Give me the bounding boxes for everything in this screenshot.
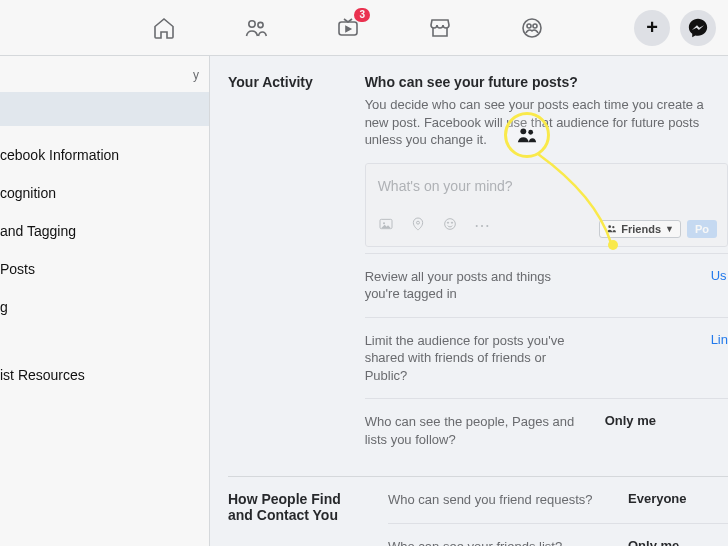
- friends-icon[interactable]: [242, 14, 270, 42]
- sidebar-item[interactable]: cebook Information: [0, 136, 209, 174]
- sidebar-item[interactable]: ist Resources: [0, 356, 209, 394]
- audience-label: Friends: [621, 223, 661, 235]
- sidebar-item[interactable]: and Tagging: [0, 212, 209, 250]
- sidebar-item-label: ist Resources: [0, 367, 85, 383]
- messenger-button[interactable]: [680, 10, 716, 46]
- setting-row[interactable]: Who can see your friends list? Only me: [388, 523, 728, 546]
- groups-icon[interactable]: [518, 14, 546, 42]
- top-nav-right: +: [634, 10, 716, 46]
- setting-value: Only me: [628, 538, 714, 546]
- svg-point-1: [258, 22, 263, 27]
- future-posts-title: Who can see your future posts?: [365, 74, 728, 90]
- audience-selector[interactable]: Friends ▼: [599, 220, 681, 238]
- svg-point-4: [527, 24, 531, 28]
- svg-point-11: [451, 222, 452, 223]
- section-contact: How People Find and Contact You Who can …: [228, 477, 728, 546]
- svg-point-5: [533, 24, 537, 28]
- setting-value: Everyone: [628, 491, 714, 506]
- sidebar-item[interactable]: [0, 92, 209, 126]
- sidebar-item-label: Posts: [0, 261, 35, 277]
- setting-row[interactable]: Who can see the people, Pages and lists …: [365, 398, 728, 462]
- svg-point-8: [416, 221, 419, 224]
- marketplace-icon[interactable]: [426, 14, 454, 42]
- sidebar-item-label: and Tagging: [0, 223, 76, 239]
- section-your-activity: Your Activity Who can see your future po…: [228, 74, 728, 477]
- photo-icon[interactable]: [378, 216, 394, 236]
- setting-question: Limit the audience for posts you've shar…: [365, 332, 585, 385]
- composer-preview: What's on your mind? ⋯: [365, 163, 728, 247]
- svg-point-12: [609, 225, 612, 228]
- sidebar-item-label: g: [0, 299, 8, 315]
- svg-point-9: [444, 218, 455, 229]
- setting-question: Who can see your friends list?: [388, 538, 608, 546]
- main-content: Your Activity Who can see your future po…: [210, 56, 728, 546]
- setting-action-link[interactable]: Us: [711, 268, 727, 283]
- composer-placeholder[interactable]: What's on your mind?: [378, 178, 715, 194]
- watch-badge: 3: [354, 8, 370, 22]
- post-button[interactable]: Po: [687, 220, 717, 238]
- top-nav-center: 3: [150, 14, 546, 42]
- svg-point-13: [612, 226, 614, 228]
- sidebar-item[interactable]: cognition: [0, 174, 209, 212]
- sidebar-item[interactable]: g: [0, 288, 209, 326]
- setting-question: Review all your posts and things you're …: [365, 268, 585, 303]
- settings-sidebar: y cebook Information cognition and Taggi…: [0, 56, 210, 546]
- top-nav: 3 +: [0, 0, 728, 56]
- tag-icon[interactable]: [410, 216, 426, 236]
- svg-point-3: [523, 19, 541, 37]
- watch-icon[interactable]: 3: [334, 14, 362, 42]
- setting-question: Who can see the people, Pages and lists …: [365, 413, 585, 448]
- chevron-down-icon: ▼: [665, 224, 674, 234]
- future-posts-desc: You decide who can see your posts each t…: [365, 96, 705, 149]
- svg-point-7: [383, 222, 385, 224]
- sidebar-item[interactable]: Posts: [0, 250, 209, 288]
- sidebar-item-label: cognition: [0, 185, 56, 201]
- svg-point-0: [249, 20, 255, 26]
- section-label: How People Find and Contact You: [228, 491, 368, 546]
- sidebar-item-label: cebook Information: [0, 147, 119, 163]
- setting-row[interactable]: Who can send you friend requests? Everyo…: [388, 491, 728, 523]
- more-icon[interactable]: ⋯: [474, 216, 490, 235]
- sidebar-header-fragment: y: [0, 62, 209, 92]
- home-icon[interactable]: [150, 14, 178, 42]
- setting-row[interactable]: Limit the audience for posts you've shar…: [365, 317, 728, 399]
- setting-question: Who can send you friend requests?: [388, 491, 608, 509]
- create-button[interactable]: +: [634, 10, 670, 46]
- setting-row[interactable]: Review all your posts and things you're …: [365, 253, 728, 317]
- layout: y cebook Information cognition and Taggi…: [0, 56, 728, 546]
- svg-point-10: [447, 222, 448, 223]
- section-label: Your Activity: [228, 74, 345, 462]
- feeling-icon[interactable]: [442, 216, 458, 236]
- setting-value: Only me: [605, 413, 691, 428]
- setting-action-link[interactable]: Lin: [711, 332, 728, 347]
